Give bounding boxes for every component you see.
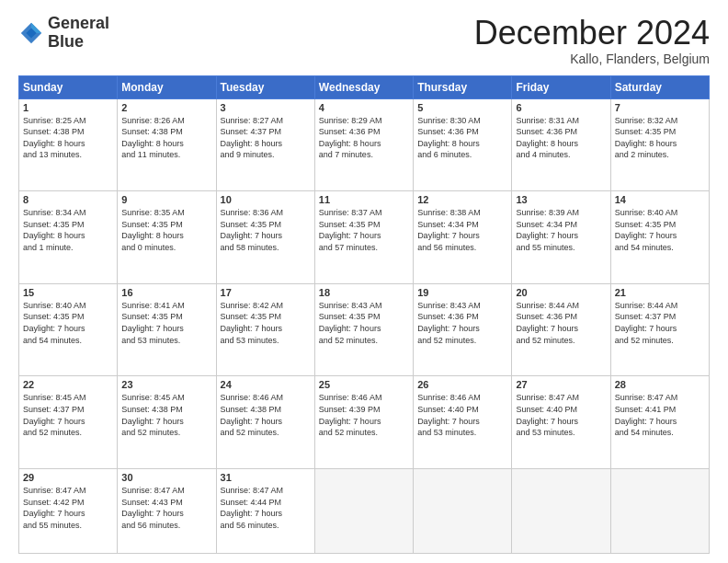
day-info: Sunrise: 8:47 AM Sunset: 4:41 PM Dayligh… (615, 392, 705, 438)
day-info: Sunrise: 8:31 AM Sunset: 4:36 PM Dayligh… (516, 115, 606, 161)
day-cell: 26Sunrise: 8:46 AM Sunset: 4:40 PM Dayli… (414, 376, 512, 469)
day-number: 22 (23, 379, 113, 390)
day-info: Sunrise: 8:46 AM Sunset: 4:39 PM Dayligh… (319, 392, 409, 438)
day-cell: 2Sunrise: 8:26 AM Sunset: 4:38 PM Daylig… (118, 98, 216, 191)
calendar: SundayMondayTuesdayWednesdayThursdayFrid… (18, 75, 710, 554)
day-number: 5 (417, 102, 507, 113)
day-number: 31 (221, 472, 311, 483)
day-number: 24 (221, 379, 311, 390)
day-cell: 7Sunrise: 8:32 AM Sunset: 4:35 PM Daylig… (610, 98, 709, 191)
day-number: 25 (319, 379, 409, 390)
day-info: Sunrise: 8:44 AM Sunset: 4:37 PM Dayligh… (615, 300, 705, 346)
week-row-3: 15Sunrise: 8:40 AM Sunset: 4:35 PM Dayli… (19, 283, 710, 376)
day-info: Sunrise: 8:42 AM Sunset: 4:35 PM Dayligh… (221, 300, 311, 346)
day-info: Sunrise: 8:47 AM Sunset: 4:42 PM Dayligh… (23, 485, 113, 531)
day-info: Sunrise: 8:44 AM Sunset: 4:36 PM Dayligh… (516, 300, 606, 346)
day-number: 29 (23, 472, 113, 483)
month-title: December 2024 (474, 15, 710, 52)
day-info: Sunrise: 8:43 AM Sunset: 4:35 PM Dayligh… (319, 300, 409, 346)
col-header-sunday: Sunday (19, 75, 118, 98)
logo-icon (18, 20, 44, 46)
day-info: Sunrise: 8:38 AM Sunset: 4:34 PM Dayligh… (417, 207, 507, 253)
day-cell: 4Sunrise: 8:29 AM Sunset: 4:36 PM Daylig… (314, 98, 413, 191)
day-info: Sunrise: 8:32 AM Sunset: 4:35 PM Dayligh… (615, 115, 705, 161)
col-header-friday: Friday (512, 75, 610, 98)
title-block: December 2024 Kallo, Flanders, Belgium (474, 15, 710, 66)
day-info: Sunrise: 8:46 AM Sunset: 4:40 PM Dayligh… (417, 392, 507, 438)
logo-line1: General (48, 15, 109, 33)
calendar-header-row: SundayMondayTuesdayWednesdayThursdayFrid… (19, 75, 710, 98)
day-info: Sunrise: 8:37 AM Sunset: 4:35 PM Dayligh… (319, 207, 409, 253)
day-cell: 23Sunrise: 8:45 AM Sunset: 4:38 PM Dayli… (118, 376, 216, 469)
day-number: 1 (23, 102, 113, 113)
day-number: 11 (319, 194, 409, 205)
day-number: 21 (615, 287, 705, 298)
day-number: 10 (221, 194, 311, 205)
day-info: Sunrise: 8:25 AM Sunset: 4:38 PM Dayligh… (23, 115, 113, 161)
day-number: 7 (615, 102, 705, 113)
subtitle: Kallo, Flanders, Belgium (474, 52, 710, 66)
day-info: Sunrise: 8:35 AM Sunset: 4:35 PM Dayligh… (121, 207, 211, 253)
day-info: Sunrise: 8:46 AM Sunset: 4:38 PM Dayligh… (221, 392, 311, 438)
day-cell: 25Sunrise: 8:46 AM Sunset: 4:39 PM Dayli… (314, 376, 413, 469)
day-info: Sunrise: 8:45 AM Sunset: 4:37 PM Dayligh… (23, 392, 113, 438)
day-cell: 3Sunrise: 8:27 AM Sunset: 4:37 PM Daylig… (216, 98, 314, 191)
day-info: Sunrise: 8:47 AM Sunset: 4:43 PM Dayligh… (121, 485, 211, 531)
day-cell: 6Sunrise: 8:31 AM Sunset: 4:36 PM Daylig… (512, 98, 610, 191)
logo-text: General Blue (48, 15, 109, 52)
day-cell: 13Sunrise: 8:39 AM Sunset: 4:34 PM Dayli… (512, 191, 610, 284)
day-info: Sunrise: 8:27 AM Sunset: 4:37 PM Dayligh… (221, 115, 311, 161)
day-number: 23 (121, 379, 211, 390)
day-number: 30 (121, 472, 211, 483)
day-number: 26 (417, 379, 507, 390)
day-cell: 20Sunrise: 8:44 AM Sunset: 4:36 PM Dayli… (512, 283, 610, 376)
day-cell: 18Sunrise: 8:43 AM Sunset: 4:35 PM Dayli… (314, 283, 413, 376)
day-cell (314, 468, 413, 553)
day-number: 13 (516, 194, 606, 205)
day-number: 16 (121, 287, 211, 298)
day-info: Sunrise: 8:39 AM Sunset: 4:34 PM Dayligh… (516, 207, 606, 253)
day-number: 2 (121, 102, 211, 113)
day-number: 8 (23, 194, 113, 205)
day-number: 20 (516, 287, 606, 298)
day-cell (512, 468, 610, 553)
day-info: Sunrise: 8:47 AM Sunset: 4:40 PM Dayligh… (516, 392, 606, 438)
day-cell (414, 468, 512, 553)
col-header-saturday: Saturday (610, 75, 709, 98)
day-number: 19 (417, 287, 507, 298)
calendar-table: SundayMondayTuesdayWednesdayThursdayFrid… (18, 75, 710, 554)
day-info: Sunrise: 8:30 AM Sunset: 4:36 PM Dayligh… (417, 115, 507, 161)
day-cell: 30Sunrise: 8:47 AM Sunset: 4:43 PM Dayli… (118, 468, 216, 553)
day-number: 9 (121, 194, 211, 205)
day-number: 27 (516, 379, 606, 390)
day-info: Sunrise: 8:41 AM Sunset: 4:35 PM Dayligh… (121, 300, 211, 346)
day-cell: 17Sunrise: 8:42 AM Sunset: 4:35 PM Dayli… (216, 283, 314, 376)
day-info: Sunrise: 8:26 AM Sunset: 4:38 PM Dayligh… (121, 115, 211, 161)
day-info: Sunrise: 8:29 AM Sunset: 4:36 PM Dayligh… (319, 115, 409, 161)
day-info: Sunrise: 8:34 AM Sunset: 4:35 PM Dayligh… (23, 207, 113, 253)
day-number: 15 (23, 287, 113, 298)
day-info: Sunrise: 8:45 AM Sunset: 4:38 PM Dayligh… (121, 392, 211, 438)
week-row-5: 29Sunrise: 8:47 AM Sunset: 4:42 PM Dayli… (19, 468, 710, 553)
day-cell: 12Sunrise: 8:38 AM Sunset: 4:34 PM Dayli… (414, 191, 512, 284)
day-number: 4 (319, 102, 409, 113)
day-cell: 31Sunrise: 8:47 AM Sunset: 4:44 PM Dayli… (216, 468, 314, 553)
day-number: 3 (221, 102, 311, 113)
day-cell: 27Sunrise: 8:47 AM Sunset: 4:40 PM Dayli… (512, 376, 610, 469)
header: General Blue December 2024 Kallo, Flande… (18, 15, 710, 66)
col-header-thursday: Thursday (414, 75, 512, 98)
day-info: Sunrise: 8:40 AM Sunset: 4:35 PM Dayligh… (615, 207, 705, 253)
week-row-1: 1Sunrise: 8:25 AM Sunset: 4:38 PM Daylig… (19, 98, 710, 191)
day-cell: 11Sunrise: 8:37 AM Sunset: 4:35 PM Dayli… (314, 191, 413, 284)
day-cell: 15Sunrise: 8:40 AM Sunset: 4:35 PM Dayli… (19, 283, 118, 376)
day-cell: 22Sunrise: 8:45 AM Sunset: 4:37 PM Dayli… (19, 376, 118, 469)
col-header-monday: Monday (118, 75, 216, 98)
day-number: 28 (615, 379, 705, 390)
day-info: Sunrise: 8:43 AM Sunset: 4:36 PM Dayligh… (417, 300, 507, 346)
col-header-tuesday: Tuesday (216, 75, 314, 98)
day-cell: 14Sunrise: 8:40 AM Sunset: 4:35 PM Dayli… (610, 191, 709, 284)
day-info: Sunrise: 8:40 AM Sunset: 4:35 PM Dayligh… (23, 300, 113, 346)
logo: General Blue (18, 15, 109, 52)
day-cell: 21Sunrise: 8:44 AM Sunset: 4:37 PM Dayli… (610, 283, 709, 376)
day-cell: 1Sunrise: 8:25 AM Sunset: 4:38 PM Daylig… (19, 98, 118, 191)
